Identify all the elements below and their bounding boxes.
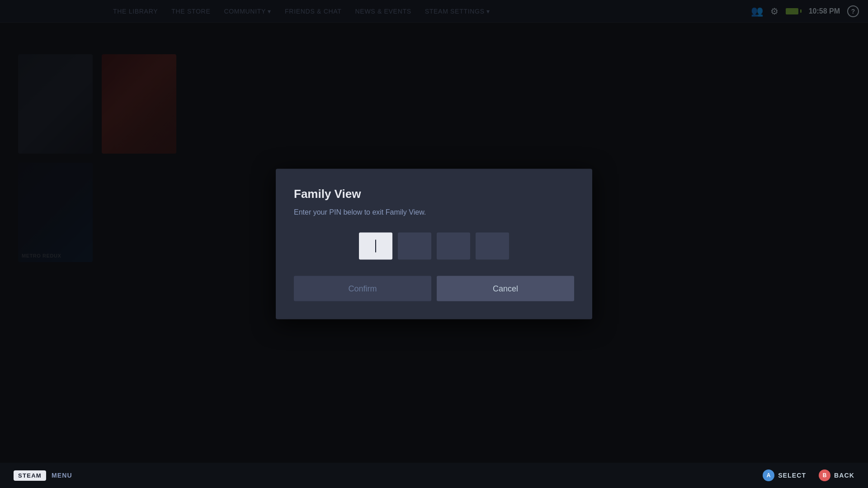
steam-logo-area: STEAM MENU (14, 470, 72, 481)
a-button-icon: A (763, 469, 774, 481)
select-label: SELECT (778, 472, 806, 479)
confirm-button[interactable]: Confirm (294, 276, 431, 301)
pin-box-1[interactable] (359, 233, 392, 260)
bottom-right-controls: A SELECT B BACK (763, 469, 854, 481)
back-label: BACK (834, 472, 854, 479)
pin-cursor (375, 240, 376, 253)
pin-box-3[interactable] (437, 233, 470, 260)
pin-box-4[interactable] (476, 233, 509, 260)
pin-box-2[interactable] (398, 233, 431, 260)
pin-input-row (294, 233, 574, 260)
b-button-icon: B (819, 469, 830, 481)
back-control: B BACK (819, 469, 854, 481)
steam-logo-box: STEAM (14, 470, 46, 481)
dialog-description: Enter your PIN below to exit Family View… (294, 208, 574, 216)
dialog-title: Family View (294, 187, 574, 201)
menu-label: MENU (52, 472, 72, 479)
family-view-dialog: Family View Enter your PIN below to exit… (276, 169, 592, 319)
select-control: A SELECT (763, 469, 806, 481)
bottom-bar: STEAM MENU A SELECT B BACK (0, 463, 868, 488)
steam-logo-text: STEAM (18, 472, 42, 479)
cancel-button[interactable]: Cancel (437, 276, 574, 301)
dialog-button-row: Confirm Cancel (294, 276, 574, 301)
